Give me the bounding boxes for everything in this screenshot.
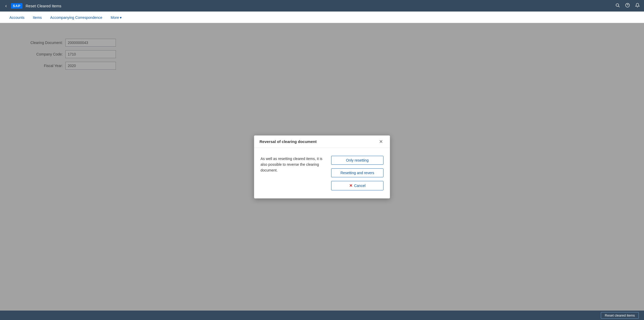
- tab-more[interactable]: More ▾: [106, 13, 126, 23]
- modal-actions: Only resetting Resetting and revers ✕ Ca…: [331, 156, 383, 190]
- sap-logo: SAP: [11, 3, 22, 9]
- back-button[interactable]: ‹: [4, 2, 8, 10]
- only-resetting-button[interactable]: Only resetting: [331, 156, 383, 165]
- nav-tabs: Accounts Items Accompanying Corresponden…: [0, 12, 644, 23]
- main-content: Clearing Document: Company Code: Fiscal …: [0, 23, 644, 311]
- modal-close-button[interactable]: ✕: [377, 139, 385, 145]
- modal-overlay: Reversal of clearing document ✕ As well …: [0, 23, 644, 311]
- header-title: Reset Cleared Items: [26, 4, 612, 8]
- header: ‹ SAP Reset Cleared Items: [0, 0, 644, 12]
- header-icons: [615, 3, 640, 9]
- reset-cleared-items-button[interactable]: Reset cleared items: [601, 312, 639, 319]
- bell-icon-button[interactable]: [635, 3, 640, 9]
- modal-body: As well as resetting cleared items, it i…: [254, 148, 390, 198]
- footer-bar: Reset cleared items: [0, 311, 644, 320]
- tab-items[interactable]: Items: [29, 13, 46, 23]
- modal-header: Reversal of clearing document ✕: [254, 136, 390, 148]
- svg-point-0: [616, 4, 619, 7]
- cancel-button[interactable]: ✕ Cancel: [331, 181, 383, 190]
- modal-dialog: Reversal of clearing document ✕ As well …: [254, 135, 390, 198]
- chevron-down-icon: ▾: [120, 15, 122, 20]
- resetting-and-revers-button[interactable]: Resetting and revers: [331, 168, 383, 177]
- help-icon-button[interactable]: [625, 3, 630, 9]
- svg-line-1: [618, 6, 619, 7]
- modal-title: Reversal of clearing document: [259, 139, 317, 144]
- tab-more-label: More: [111, 15, 119, 20]
- search-icon-button[interactable]: [615, 3, 620, 9]
- tab-accompanying-correspondence[interactable]: Accompanying Correspondence: [46, 13, 106, 23]
- modal-description: As well as resetting cleared items, it i…: [261, 156, 323, 173]
- cancel-x-icon: ✕: [349, 183, 353, 188]
- cancel-label: Cancel: [354, 184, 366, 188]
- tab-accounts[interactable]: Accounts: [5, 13, 29, 23]
